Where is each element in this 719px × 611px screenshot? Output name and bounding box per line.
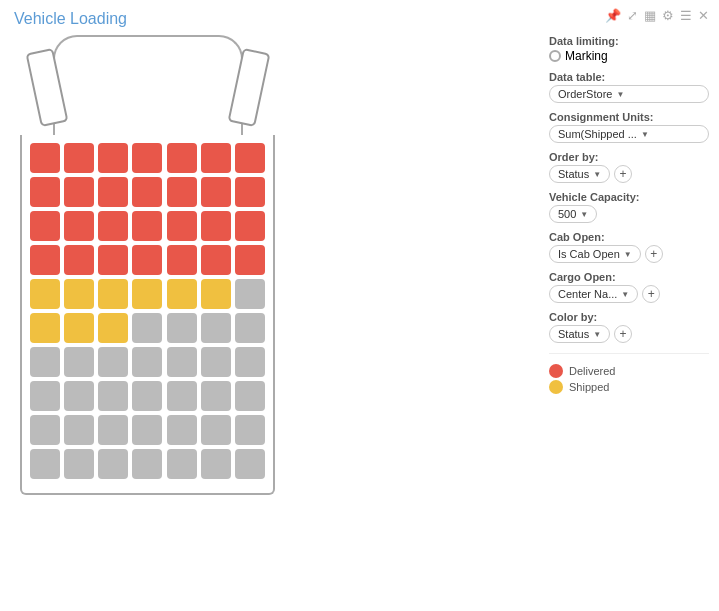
cargo-cell [98, 347, 128, 377]
cargo-cell [201, 347, 231, 377]
cargo-cell [167, 211, 197, 241]
color-by-value: Status [558, 328, 589, 340]
legend-dot-shipped [549, 380, 563, 394]
divider [549, 353, 709, 354]
cargo-grid [30, 143, 265, 479]
cargo-cell [30, 381, 60, 411]
cargo-cell [201, 143, 231, 173]
close-icon[interactable]: ✕ [698, 8, 709, 23]
cargo-cell [167, 177, 197, 207]
cargo-cell [201, 415, 231, 445]
truck-cab-section [33, 35, 263, 135]
color-by-add-button[interactable]: + [614, 325, 632, 343]
pin-icon[interactable]: 📌 [605, 8, 621, 23]
cargo-open-value: Center Na... [558, 288, 617, 300]
data-table-select[interactable]: OrderStore ▼ [549, 85, 709, 103]
legend: Delivered Shipped [549, 364, 709, 394]
cargo-cell [167, 279, 197, 309]
consignment-units-select[interactable]: Sum(Shipped ... ▼ [549, 125, 709, 143]
cargo-cell [132, 313, 162, 343]
list-icon[interactable]: ☰ [680, 8, 692, 23]
vehicle-capacity-value: 500 [558, 208, 576, 220]
cargo-cell [64, 279, 94, 309]
consignment-units-value: Sum(Shipped ... [558, 128, 637, 140]
cargo-cell [30, 143, 60, 173]
cargo-cell [132, 211, 162, 241]
marking-radio[interactable] [549, 50, 561, 62]
order-by-add-button[interactable]: + [614, 165, 632, 183]
cargo-cell [30, 211, 60, 241]
cargo-open-label: Cargo Open: [549, 271, 709, 283]
cargo-cell [167, 313, 197, 343]
order-by-row: Order by: Status ▼ + [549, 151, 709, 183]
table-icon[interactable]: ▦ [644, 8, 656, 23]
cargo-cell [201, 279, 231, 309]
cargo-cell [98, 143, 128, 173]
cab-open-add-button[interactable]: + [645, 245, 663, 263]
color-by-row: Color by: Status ▼ + [549, 311, 709, 343]
cab-open-row: Cab Open: Is Cab Open ▼ + [549, 231, 709, 263]
cargo-open-arrow: ▼ [621, 290, 629, 299]
vehicle-capacity-select[interactable]: 500 ▼ [549, 205, 597, 223]
cab-open-controls: Is Cab Open ▼ + [549, 245, 709, 263]
cargo-cell [64, 347, 94, 377]
consignment-units-row: Consignment Units: Sum(Shipped ... ▼ [549, 111, 709, 143]
cargo-cell [30, 279, 60, 309]
cargo-cell [132, 279, 162, 309]
truck-cab [53, 35, 243, 135]
cargo-cell [235, 415, 265, 445]
color-by-select[interactable]: Status ▼ [549, 325, 610, 343]
cargo-cell [30, 415, 60, 445]
cab-open-label: Cab Open: [549, 231, 709, 243]
expand-icon[interactable]: ⤢ [627, 8, 638, 23]
order-by-arrow: ▼ [593, 170, 601, 179]
cargo-cell [98, 313, 128, 343]
legend-shipped: Shipped [549, 380, 709, 394]
cargo-cell [64, 143, 94, 173]
cargo-cell [235, 245, 265, 275]
order-by-controls: Status ▼ + [549, 165, 709, 183]
page-title: Vehicle Loading [14, 10, 127, 28]
cargo-cell [30, 177, 60, 207]
cargo-open-add-button[interactable]: + [642, 285, 660, 303]
cargo-open-controls: Center Na... ▼ + [549, 285, 709, 303]
order-by-select[interactable]: Status ▼ [549, 165, 610, 183]
cargo-cell [98, 177, 128, 207]
cargo-cell [167, 143, 197, 173]
cargo-cell [167, 415, 197, 445]
cargo-cell [30, 449, 60, 479]
cargo-cell [201, 449, 231, 479]
vehicle-capacity-arrow: ▼ [580, 210, 588, 219]
cargo-cell [64, 449, 94, 479]
cab-open-select[interactable]: Is Cab Open ▼ [549, 245, 641, 263]
cargo-cell [64, 177, 94, 207]
cargo-cell [132, 143, 162, 173]
cargo-open-row: Cargo Open: Center Na... ▼ + [549, 271, 709, 303]
consignment-units-arrow: ▼ [641, 130, 649, 139]
data-table-label: Data table: [549, 71, 709, 83]
cargo-cell [132, 245, 162, 275]
top-icons-bar: 📌 ⤢ ▦ ⚙ ☰ ✕ [605, 8, 709, 23]
legend-delivered: Delivered [549, 364, 709, 378]
cargo-cell [201, 211, 231, 241]
cargo-cell [235, 347, 265, 377]
cargo-open-select[interactable]: Center Na... ▼ [549, 285, 638, 303]
cargo-cell [132, 177, 162, 207]
cargo-cell [132, 449, 162, 479]
legend-dot-delivered [549, 364, 563, 378]
cargo-cell [64, 313, 94, 343]
cargo-cell [98, 449, 128, 479]
cargo-cell [98, 279, 128, 309]
marking-label: Marking [565, 49, 608, 63]
cargo-cell [132, 381, 162, 411]
color-by-label: Color by: [549, 311, 709, 323]
cargo-cell [235, 449, 265, 479]
order-by-label: Order by: [549, 151, 709, 163]
cargo-cell [98, 211, 128, 241]
legend-label-delivered: Delivered [569, 365, 615, 377]
cargo-cell [64, 381, 94, 411]
data-table-value: OrderStore [558, 88, 612, 100]
settings-icon[interactable]: ⚙ [662, 8, 674, 23]
cargo-cell [167, 347, 197, 377]
data-table-row: Data table: OrderStore ▼ [549, 71, 709, 103]
